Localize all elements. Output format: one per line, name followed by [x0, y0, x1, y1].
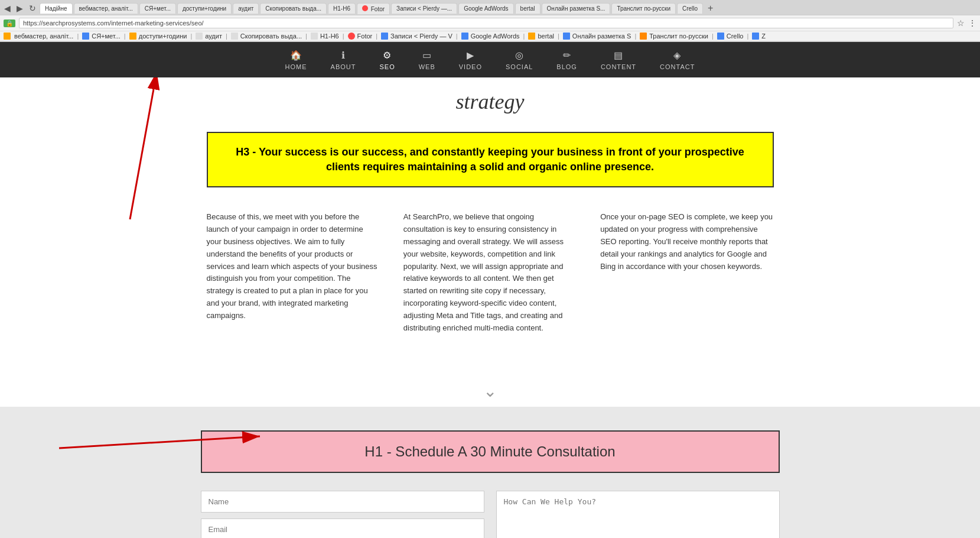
- bookmark-item[interactable]: Скопировать выда...: [240, 33, 302, 40]
- content-icon: ▤: [614, 50, 623, 61]
- star-icon[interactable]: ☆: [957, 18, 965, 28]
- tab-label: bertal: [520, 5, 535, 12]
- browser-tab[interactable]: Crello: [677, 3, 703, 14]
- message-textarea[interactable]: [496, 491, 780, 538]
- strategy-heading: strategy: [207, 89, 774, 114]
- tab-label: Crello: [682, 5, 698, 12]
- web-icon: ▭: [422, 50, 432, 61]
- tab-label: Надійне: [45, 5, 67, 12]
- bookmark-item[interactable]: Crello: [727, 33, 744, 40]
- browser-tab[interactable]: bertal: [515, 3, 541, 14]
- tab-label: аудит: [238, 5, 253, 12]
- nav-label-web: WEB: [419, 63, 435, 70]
- bookmark-icon: [563, 33, 570, 40]
- browser-tab-active[interactable]: Надійне: [40, 3, 73, 14]
- nav-item-social[interactable]: ◎ SOCIAL: [494, 50, 545, 70]
- bookmark-icon: [348, 33, 355, 40]
- bookmark-item[interactable]: Fotor: [357, 33, 373, 40]
- browser-tab[interactable]: Онлайн разметка S...: [542, 3, 611, 14]
- secure-icon: 🔒: [4, 20, 15, 27]
- svg-line-1: [130, 89, 154, 219]
- browser-tab[interactable]: Fotor: [357, 3, 390, 14]
- nav-item-web[interactable]: ▭ WEB: [407, 50, 447, 70]
- browser-tab[interactable]: СЯ+мет...: [139, 3, 176, 14]
- three-columns: Because of this, we meet with you before…: [207, 211, 774, 334]
- bookmark-icon: [129, 33, 136, 40]
- nav-item-blog[interactable]: ✏ BLOG: [545, 50, 589, 70]
- browser-chrome: ◀ ▶ ↻ Надійне вебмастер, аналіт... СЯ+ме…: [0, 0, 980, 42]
- browser-tab[interactable]: H1-H6: [328, 3, 356, 14]
- consultation-section: H1 - Schedule A 30 Minute Consultation: [0, 407, 980, 538]
- browser-tab[interactable]: доступи+години: [177, 3, 232, 14]
- bookmark-icon: [461, 33, 468, 40]
- chevron-container: ⌄: [0, 375, 980, 407]
- yellow-banner-text: H3 - Your success is our success, and co…: [226, 145, 755, 174]
- address-bar-row: 🔒 https://searchprosystems.com/internet-…: [0, 15, 980, 31]
- bookmark-item[interactable]: аудит: [205, 33, 222, 40]
- bookmark-item[interactable]: bertal: [538, 33, 554, 40]
- about-icon: ℹ: [341, 50, 346, 61]
- bookmark-item[interactable]: Записи < Pierdy — V: [390, 33, 452, 40]
- browser-tab[interactable]: Записи < Pierdy —...: [391, 3, 457, 14]
- nav-item-home[interactable]: 🏠 HOME: [274, 50, 319, 70]
- browser-tab[interactable]: Транслит по-русски: [611, 3, 676, 14]
- tab-label: Скопировать выда...: [265, 5, 321, 12]
- reload-button[interactable]: ↻: [27, 2, 38, 14]
- nav-label-home: HOME: [285, 63, 307, 70]
- chevron-down-icon: ⌄: [483, 382, 497, 400]
- forward-button[interactable]: ▶: [14, 2, 25, 14]
- bookmark-icon: [231, 33, 238, 40]
- nav-label-blog: BLOG: [556, 63, 577, 70]
- browser-tab[interactable]: аудит: [233, 3, 259, 14]
- nav-item-content[interactable]: ▤ CONTENT: [589, 50, 648, 70]
- nav-label-content: CONTENT: [601, 63, 636, 70]
- nav-label-contact: CONTACT: [660, 63, 695, 70]
- bookmark-icon: [528, 33, 535, 40]
- bookmark-icon: [752, 33, 759, 40]
- browser-tab[interactable]: вебмастер, аналіт...: [74, 3, 138, 14]
- nav-label-social: SOCIAL: [506, 63, 533, 70]
- bookmark-item[interactable]: H1-H6: [320, 33, 339, 40]
- nav-item-seo[interactable]: ⚙ SEO: [367, 50, 406, 70]
- bookmark-item[interactable]: Онлайн разметка S: [572, 33, 631, 40]
- nav-item-contact[interactable]: ◈ CONTACT: [648, 50, 706, 70]
- bookmark-item[interactable]: вебмастер, аналіт...: [14, 33, 73, 40]
- bookmarks-bar: вебмастер, аналіт... | СЯ+мет... | досту…: [0, 31, 980, 41]
- bookmark-icon: [4, 33, 11, 40]
- nav-item-video[interactable]: ▶ VIDEO: [447, 50, 494, 70]
- nav-label-seo: SEO: [379, 63, 395, 70]
- browser-tab[interactable]: Скопировать выда...: [260, 3, 327, 14]
- tab-label: Google AdWords: [464, 5, 508, 12]
- browser-tabs[interactable]: ◀ ▶ ↻ Надійне вебмастер, аналіт... СЯ+ме…: [0, 0, 980, 15]
- bookmark-item[interactable]: Z: [761, 33, 766, 40]
- form-left-column: [201, 491, 484, 538]
- nav-item-about[interactable]: ℹ ABOUT: [319, 50, 368, 70]
- new-tab-button[interactable]: +: [704, 2, 717, 15]
- video-icon: ▶: [467, 50, 474, 61]
- browser-tab[interactable]: Google AdWords: [458, 3, 513, 14]
- email-input[interactable]: [201, 518, 484, 538]
- navigation-bar: 🏠 HOME ℹ ABOUT ⚙ SEO ▭ WEB ▶ VIDEO ◎ SOC…: [0, 42, 980, 77]
- pink-banner: H1 - Schedule A 30 Minute Consultation: [201, 430, 780, 473]
- bookmark-icon: [717, 33, 724, 40]
- column-3: Once your on-page SEO is complete, we ke…: [600, 211, 773, 334]
- bookmark-item[interactable]: доступи+години: [139, 33, 187, 40]
- name-input[interactable]: [201, 491, 484, 513]
- tab-label: доступи+години: [183, 5, 226, 12]
- tab-label: СЯ+мет...: [145, 5, 171, 12]
- home-icon: 🏠: [290, 50, 302, 61]
- tab-label: вебмастер, аналіт...: [79, 5, 133, 12]
- bookmark-icon: [196, 33, 203, 40]
- seo-icon: ⚙: [383, 50, 392, 61]
- red-arrow-overlay: [0, 77, 177, 231]
- menu-icon[interactable]: ⋮: [968, 18, 976, 28]
- bookmark-item[interactable]: СЯ+мет...: [92, 33, 121, 40]
- bookmark-item[interactable]: Транслит по-русски: [649, 33, 708, 40]
- address-box[interactable]: https://searchprosystems.com/internet-ma…: [19, 18, 953, 28]
- bookmark-item[interactable]: Google AdWords: [471, 33, 520, 40]
- back-button[interactable]: ◀: [2, 2, 13, 14]
- yellow-banner: H3 - Your success is our success, and co…: [207, 132, 774, 187]
- tab-label: Записи < Pierdy —...: [396, 5, 452, 12]
- nav-label-about: ABOUT: [331, 63, 356, 70]
- bookmark-icon: [311, 33, 318, 40]
